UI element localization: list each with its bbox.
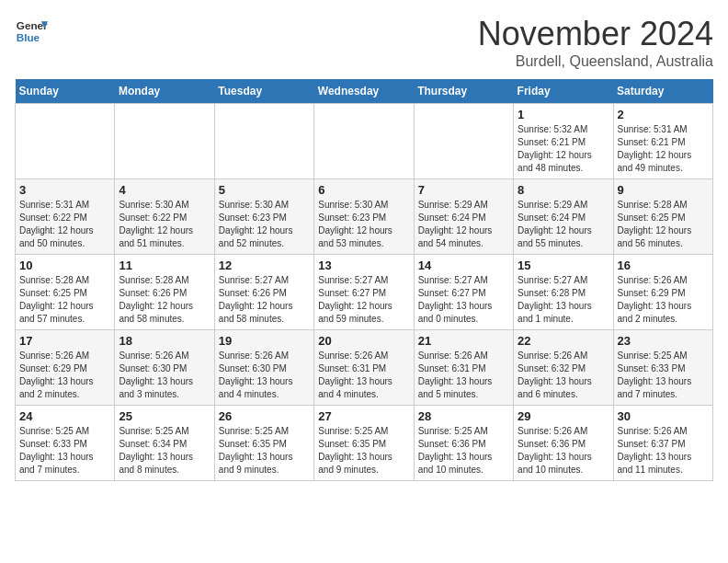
day-info: Sunrise: 5:28 AM Sunset: 6:25 PM Dayligh…: [19, 274, 110, 326]
weekday-header-tuesday: Tuesday: [214, 79, 313, 104]
calendar-cell: 17Sunrise: 5:26 AM Sunset: 6:29 PM Dayli…: [16, 330, 115, 406]
header: General Blue November 2024 Burdell, Quee…: [15, 15, 713, 70]
day-info: Sunrise: 5:25 AM Sunset: 6:33 PM Dayligh…: [19, 425, 110, 477]
weekday-header-friday: Friday: [514, 79, 613, 104]
day-info: Sunrise: 5:27 AM Sunset: 6:27 PM Dayligh…: [418, 274, 509, 326]
day-number: 1: [518, 108, 609, 121]
day-info: Sunrise: 5:28 AM Sunset: 6:25 PM Dayligh…: [618, 199, 709, 250]
day-number: 30: [618, 409, 709, 423]
calendar-cell: 2Sunrise: 5:31 AM Sunset: 6:21 PM Daylig…: [613, 104, 712, 179]
day-info: Sunrise: 5:31 AM Sunset: 6:22 PM Dayligh…: [19, 199, 110, 250]
calendar-cell: 10Sunrise: 5:28 AM Sunset: 6:25 PM Dayli…: [16, 255, 115, 330]
day-number: 2: [618, 108, 709, 121]
day-info: Sunrise: 5:30 AM Sunset: 6:22 PM Dayligh…: [119, 199, 210, 250]
day-number: 4: [119, 183, 210, 197]
day-info: Sunrise: 5:25 AM Sunset: 6:36 PM Dayligh…: [418, 425, 509, 477]
day-info: Sunrise: 5:25 AM Sunset: 6:33 PM Dayligh…: [618, 350, 709, 401]
day-number: 20: [318, 334, 409, 348]
weekday-header-saturday: Saturday: [613, 79, 712, 104]
day-number: 25: [119, 409, 210, 423]
day-number: 23: [618, 334, 709, 348]
calendar-cell: 6Sunrise: 5:30 AM Sunset: 6:23 PM Daylig…: [314, 179, 414, 255]
day-info: Sunrise: 5:32 AM Sunset: 6:21 PM Dayligh…: [518, 123, 609, 175]
day-number: 9: [618, 183, 709, 197]
calendar-cell: 11Sunrise: 5:28 AM Sunset: 6:26 PM Dayli…: [115, 255, 214, 330]
weekday-header-row: SundayMondayTuesdayWednesdayThursdayFrid…: [16, 79, 713, 104]
calendar-table: SundayMondayTuesdayWednesdayThursdayFrid…: [15, 79, 713, 481]
day-number: 26: [219, 409, 310, 423]
calendar-cell: 16Sunrise: 5:26 AM Sunset: 6:29 PM Dayli…: [613, 255, 712, 330]
day-number: 21: [418, 334, 509, 348]
day-info: Sunrise: 5:26 AM Sunset: 6:29 PM Dayligh…: [19, 350, 110, 401]
day-info: Sunrise: 5:26 AM Sunset: 6:31 PM Dayligh…: [318, 350, 409, 401]
svg-text:Blue: Blue: [17, 31, 40, 43]
day-info: Sunrise: 5:26 AM Sunset: 6:31 PM Dayligh…: [418, 350, 509, 401]
calendar-cell: [115, 104, 214, 179]
day-number: 28: [418, 409, 509, 423]
day-number: 6: [318, 183, 409, 197]
calendar-cell: 3Sunrise: 5:31 AM Sunset: 6:22 PM Daylig…: [16, 179, 115, 255]
calendar-cell: 14Sunrise: 5:27 AM Sunset: 6:27 PM Dayli…: [414, 255, 513, 330]
day-number: 3: [19, 183, 110, 197]
calendar-week-row: 17Sunrise: 5:26 AM Sunset: 6:29 PM Dayli…: [16, 330, 713, 406]
calendar-cell: 29Sunrise: 5:26 AM Sunset: 6:36 PM Dayli…: [514, 406, 613, 481]
weekday-header-sunday: Sunday: [16, 79, 115, 104]
calendar-cell: 26Sunrise: 5:25 AM Sunset: 6:35 PM Dayli…: [214, 406, 313, 481]
day-number: 10: [19, 259, 110, 272]
day-info: Sunrise: 5:25 AM Sunset: 6:34 PM Dayligh…: [119, 425, 210, 477]
day-number: 19: [219, 334, 310, 348]
day-info: Sunrise: 5:26 AM Sunset: 6:37 PM Dayligh…: [618, 425, 709, 477]
day-number: 24: [19, 409, 110, 423]
day-info: Sunrise: 5:29 AM Sunset: 6:24 PM Dayligh…: [418, 199, 509, 250]
calendar-cell: [214, 104, 313, 179]
day-info: Sunrise: 5:27 AM Sunset: 6:28 PM Dayligh…: [518, 274, 609, 326]
day-number: 16: [618, 259, 709, 272]
day-info: Sunrise: 5:25 AM Sunset: 6:35 PM Dayligh…: [318, 425, 409, 477]
calendar-week-row: 3Sunrise: 5:31 AM Sunset: 6:22 PM Daylig…: [16, 179, 713, 255]
day-number: 15: [518, 259, 609, 272]
day-info: Sunrise: 5:28 AM Sunset: 6:26 PM Dayligh…: [119, 274, 210, 326]
page-subtitle: Burdell, Queensland, Australia: [478, 53, 713, 70]
calendar-cell: 23Sunrise: 5:25 AM Sunset: 6:33 PM Dayli…: [613, 330, 712, 406]
day-number: 22: [518, 334, 609, 348]
day-info: Sunrise: 5:26 AM Sunset: 6:32 PM Dayligh…: [518, 350, 609, 401]
calendar-cell: 22Sunrise: 5:26 AM Sunset: 6:32 PM Dayli…: [514, 330, 613, 406]
calendar-cell: [16, 104, 115, 179]
day-info: Sunrise: 5:26 AM Sunset: 6:30 PM Dayligh…: [219, 350, 310, 401]
day-info: Sunrise: 5:29 AM Sunset: 6:24 PM Dayligh…: [518, 199, 609, 250]
calendar-cell: 15Sunrise: 5:27 AM Sunset: 6:28 PM Dayli…: [514, 255, 613, 330]
day-number: 27: [318, 409, 409, 423]
day-info: Sunrise: 5:27 AM Sunset: 6:27 PM Dayligh…: [318, 274, 409, 326]
calendar-cell: [414, 104, 513, 179]
day-info: Sunrise: 5:27 AM Sunset: 6:26 PM Dayligh…: [219, 274, 310, 326]
calendar-cell: 28Sunrise: 5:25 AM Sunset: 6:36 PM Dayli…: [414, 406, 513, 481]
calendar-week-row: 1Sunrise: 5:32 AM Sunset: 6:21 PM Daylig…: [16, 104, 713, 179]
calendar-cell: 19Sunrise: 5:26 AM Sunset: 6:30 PM Dayli…: [214, 330, 313, 406]
day-info: Sunrise: 5:31 AM Sunset: 6:21 PM Dayligh…: [618, 123, 709, 175]
day-number: 7: [418, 183, 509, 197]
calendar-cell: 21Sunrise: 5:26 AM Sunset: 6:31 PM Dayli…: [414, 330, 513, 406]
calendar-week-row: 24Sunrise: 5:25 AM Sunset: 6:33 PM Dayli…: [16, 406, 713, 481]
calendar-cell: 5Sunrise: 5:30 AM Sunset: 6:23 PM Daylig…: [214, 179, 313, 255]
calendar-week-row: 10Sunrise: 5:28 AM Sunset: 6:25 PM Dayli…: [16, 255, 713, 330]
svg-text:General: General: [17, 19, 48, 31]
day-number: 29: [518, 409, 609, 423]
calendar-cell: 24Sunrise: 5:25 AM Sunset: 6:33 PM Dayli…: [16, 406, 115, 481]
weekday-header-thursday: Thursday: [414, 79, 513, 104]
calendar-cell: [314, 104, 414, 179]
day-info: Sunrise: 5:30 AM Sunset: 6:23 PM Dayligh…: [318, 199, 409, 250]
weekday-header-monday: Monday: [115, 79, 214, 104]
day-info: Sunrise: 5:30 AM Sunset: 6:23 PM Dayligh…: [219, 199, 310, 250]
calendar-cell: 4Sunrise: 5:30 AM Sunset: 6:22 PM Daylig…: [115, 179, 214, 255]
calendar-cell: 27Sunrise: 5:25 AM Sunset: 6:35 PM Dayli…: [314, 406, 414, 481]
page-title: November 2024: [478, 15, 713, 53]
weekday-header-wednesday: Wednesday: [314, 79, 414, 104]
calendar-cell: 7Sunrise: 5:29 AM Sunset: 6:24 PM Daylig…: [414, 179, 513, 255]
calendar-cell: 12Sunrise: 5:27 AM Sunset: 6:26 PM Dayli…: [214, 255, 313, 330]
day-number: 17: [19, 334, 110, 348]
title-area: November 2024 Burdell, Queensland, Austr…: [478, 15, 713, 70]
day-info: Sunrise: 5:26 AM Sunset: 6:29 PM Dayligh…: [618, 274, 709, 326]
day-number: 8: [518, 183, 609, 197]
calendar-cell: 1Sunrise: 5:32 AM Sunset: 6:21 PM Daylig…: [514, 104, 613, 179]
calendar-cell: 8Sunrise: 5:29 AM Sunset: 6:24 PM Daylig…: [514, 179, 613, 255]
